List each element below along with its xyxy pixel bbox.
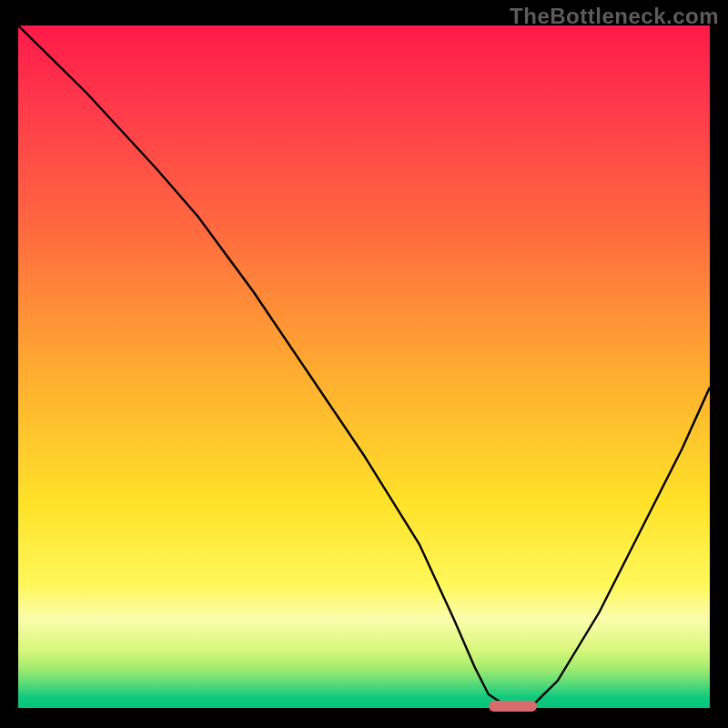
- chart-frame: TheBottleneck.com: [0, 0, 728, 728]
- plot-area: [18, 25, 710, 708]
- watermark-text: TheBottleneck.com: [510, 4, 719, 29]
- bottleneck-curve: [18, 25, 710, 708]
- optimal-marker: [489, 701, 537, 712]
- curve-path: [18, 25, 710, 708]
